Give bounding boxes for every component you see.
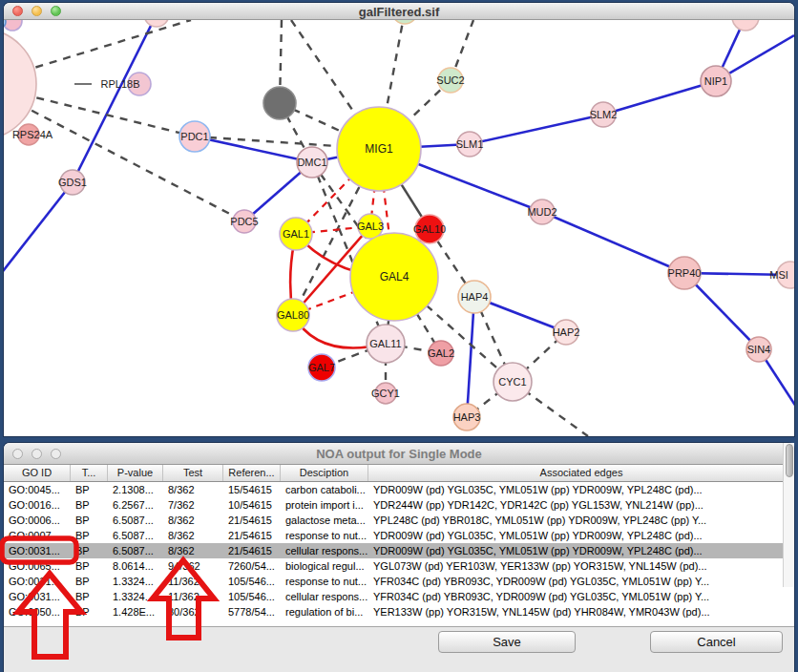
- column-header-reference[interactable]: Referen...: [223, 465, 281, 481]
- node-label: HAP2: [553, 326, 580, 338]
- edge: [603, 81, 716, 115]
- node-label: GAL4: [380, 270, 410, 284]
- cell-reference: 7260/54...: [223, 560, 281, 572]
- network-window: galFiltered.sif RPL18BRPS24AGDS1PDC1PDC5…: [4, 3, 794, 436]
- edge: [542, 212, 684, 273]
- cell-edges: YDR009W (pd) YGL035C, YML051W (pp) YDR00…: [368, 484, 794, 495]
- cell-goid: GO:0031...: [4, 591, 71, 602]
- network-canvas[interactable]: RPL18BRPS24AGDS1PDC1PDC5DMC1MIG1SLM1SUC2…: [4, 20, 794, 436]
- noa-output-window: NOA output for Single Mode GO IDT...P-va…: [4, 443, 794, 672]
- cell-edges: YDR244W (pp) YDR142C, YDR142C (pp) YGL15…: [368, 499, 794, 511]
- node-topRightPink[interactable]: [732, 20, 759, 31]
- cell-type: BP: [71, 560, 108, 572]
- cell-test: 94/362: [163, 560, 223, 572]
- edge: [467, 297, 474, 417]
- node-tl1[interactable]: [4, 20, 22, 31]
- table-header: GO IDT...P-valueTestReferen...Desciption…: [4, 465, 794, 482]
- cell-reference: 5778/54...: [223, 606, 281, 618]
- node-label: GAL7: [308, 362, 335, 373]
- column-header-test[interactable]: Test: [163, 465, 223, 481]
- cell-reference: 21/54615: [223, 545, 281, 556]
- cell-test: 8/362: [163, 484, 223, 495]
- network-window-titlebar: galFiltered.sif: [4, 3, 794, 20]
- table-row[interactable]: GO:0065...BP8.0614...94/3627260/54...bio…: [4, 558, 794, 574]
- cell-type: BP: [71, 514, 108, 526]
- table-row[interactable]: GO:0050...BP1.428E...80/3625778/54...reg…: [4, 604, 794, 620]
- column-header-goid[interactable]: GO ID: [4, 465, 71, 481]
- cell-edges: YFR034C (pd) YBR093C, YDR009W (pd) YGL03…: [368, 576, 794, 587]
- cell-goid: GO:0065...: [4, 560, 71, 572]
- cell-goid: GO:0007...: [4, 530, 71, 541]
- node-big1[interactable]: [4, 29, 36, 139]
- node-label: SIN4: [747, 344, 770, 355]
- vertical-scrollbar[interactable]: [783, 443, 794, 587]
- cell-description: response to nut...: [281, 576, 368, 587]
- scrollbar-thumb[interactable]: [786, 444, 793, 477]
- table-row[interactable]: GO:0007...BP6.5087...8/36221/54615respon…: [4, 528, 794, 543]
- cell-test: 7/362: [163, 499, 223, 511]
- cell-reference: 21/54615: [223, 530, 281, 541]
- cell-edges: YFR034C (pd) YBR093C, YDR009W (pd) YGL03…: [368, 591, 794, 602]
- cell-description: biological regul...: [281, 560, 368, 572]
- node-label: GCY1: [371, 388, 400, 399]
- cell-reference: 105/546...: [223, 576, 281, 587]
- cell-pvalue: 2.1308...: [108, 484, 163, 495]
- table-row[interactable]: GO:0031...BP1.3324...11/362105/546...cel…: [4, 589, 794, 604]
- cell-edges: YDR009W (pd) YGL035C, YML051W (pp) YDR00…: [368, 530, 794, 541]
- edge: [470, 115, 603, 144]
- cell-pvalue: 6.2567...: [108, 499, 163, 511]
- cell-pvalue: 8.0614...: [108, 560, 163, 572]
- noa-window-titlebar: NOA output for Single Mode: [4, 443, 794, 465]
- table-row[interactable]: GO:0016...BP6.2567...7/36210/54615protei…: [4, 497, 794, 513]
- node-label: HAP3: [453, 411, 481, 423]
- cell-test: 11/362: [163, 576, 223, 587]
- node-label: NIP1: [704, 75, 727, 87]
- cell-test: 8/362: [163, 545, 223, 556]
- table-row[interactable]: GO:0045...BP2.1308...8/36215/54615carbon…: [4, 482, 794, 497]
- cell-reference: 10/54615: [223, 499, 281, 511]
- node-label: SLM1: [456, 138, 484, 150]
- cell-test: 11/362: [163, 591, 223, 602]
- cell-type: BP: [71, 606, 108, 618]
- node-topPink[interactable]: [144, 20, 169, 27]
- table-row[interactable]: GO:0031...BP1.3324...11/362105/546...res…: [4, 574, 794, 589]
- cell-pvalue: 1.3324...: [108, 576, 163, 587]
- cell-goid: GO:0016...: [4, 499, 71, 511]
- cell-type: BP: [71, 591, 108, 602]
- table-body: GO:0045...BP2.1308...8/36215/54615carbon…: [4, 482, 794, 627]
- column-header-type[interactable]: T...: [71, 465, 108, 481]
- cell-type: BP: [71, 545, 108, 556]
- save-button[interactable]: Save: [438, 631, 576, 653]
- cell-goid: GO:0045...: [4, 484, 71, 495]
- table-row[interactable]: GO:0031...BP6.5087...8/36221/54615cellul…: [4, 543, 794, 558]
- dialog-footer: Save Cancel: [4, 627, 794, 672]
- cell-test: 8/362: [163, 530, 223, 541]
- node-label: HAP4: [461, 291, 489, 303]
- cell-description: protein import i...: [281, 499, 368, 511]
- network-window-title: galFiltered.sif: [4, 5, 794, 19]
- cell-description: cellular respons...: [281, 545, 368, 556]
- node-label: PDC1: [180, 131, 208, 142]
- column-header-description[interactable]: Desciption: [281, 465, 368, 481]
- column-header-pvalue[interactable]: P-value: [108, 465, 163, 481]
- cell-edges: YGL073W (pd) YER103W, YER133W (pp) YOR31…: [368, 560, 794, 572]
- node-label: PRP40: [668, 267, 702, 279]
- node-label: GAL1: [283, 228, 309, 240]
- noa-window-title: NOA output for Single Mode: [4, 447, 794, 461]
- node-label: SUC2: [436, 74, 464, 86]
- column-header-edges[interactable]: Associated edges: [368, 465, 794, 481]
- cell-goid: GO:0031...: [4, 545, 71, 556]
- node-label: GAL80: [277, 309, 309, 321]
- cell-pvalue: 1.3324...: [108, 591, 163, 602]
- cancel-button[interactable]: Cancel: [650, 631, 783, 653]
- cell-pvalue: 6.5087...: [108, 514, 163, 526]
- node-topGreen[interactable]: [392, 20, 417, 24]
- cell-pvalue: 6.5087...: [108, 545, 163, 556]
- cell-pvalue: 6.5087...: [108, 530, 163, 541]
- cell-reference: 21/54615: [223, 514, 281, 526]
- cell-reference: 105/546...: [223, 591, 281, 602]
- edge: [73, 20, 157, 182]
- table-row[interactable]: GO:0006...BP6.5087...8/36221/54615galact…: [4, 513, 794, 528]
- cell-edges: YDR009W (pd) YGL035C, YML051W (pp) YDR00…: [368, 545, 794, 556]
- node-gray1[interactable]: [263, 87, 296, 119]
